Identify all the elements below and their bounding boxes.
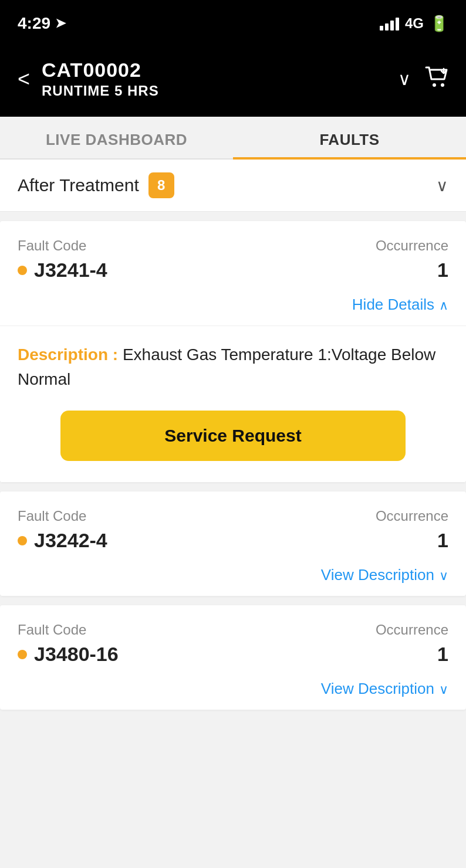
tab-live-dashboard[interactable]: LIVE DASHBOARD <box>0 117 233 158</box>
occurrence-label-1: Occurrence <box>376 238 448 254</box>
fault-code-value-2: J3242-4 <box>18 529 107 552</box>
occurrence-value-3: 1 <box>437 643 448 666</box>
chevron-down-icon-2 <box>439 566 448 584</box>
fault-card-footer-2: View Description <box>0 564 466 596</box>
status-time: 4:29 ➤ <box>18 14 66 33</box>
svg-point-1 <box>441 83 444 87</box>
filter-badge: 8 <box>148 172 174 198</box>
status-right: 4G 🔋 <box>380 15 448 33</box>
fault-code-label-1: Fault Code <box>18 238 107 254</box>
fault-card-3: Fault Code J3480-16 Occurrence 1 View De… <box>0 605 466 710</box>
fault-info-left-1: Fault Code J3241-4 <box>18 238 107 282</box>
network-type: 4G <box>405 15 424 32</box>
occurrence-value-2: 1 <box>437 529 448 552</box>
fault-cards-list: Fault Code J3241-4 Occurrence 1 Hide Det… <box>0 221 466 710</box>
fault-dot-2 <box>18 536 27 545</box>
description-label-1: Description : <box>18 345 118 364</box>
fault-dot-1 <box>18 266 27 275</box>
fault-code-value-3: J3480-16 <box>18 643 119 666</box>
fault-code-label-3: Fault Code <box>18 622 119 638</box>
fault-info-right-2: Occurrence 1 <box>376 508 448 552</box>
fault-info-left-2: Fault Code J3242-4 <box>18 508 107 552</box>
fault-card-1: Fault Code J3241-4 Occurrence 1 Hide Det… <box>0 221 466 482</box>
fault-code-label-2: Fault Code <box>18 508 107 524</box>
chevron-up-icon-1 <box>439 296 448 314</box>
battery-icon: 🔋 <box>430 15 448 33</box>
occurrence-value-1: 1 <box>437 259 448 282</box>
occurrence-label-3: Occurrence <box>376 622 448 638</box>
fault-info-right-3: Occurrence 1 <box>376 622 448 666</box>
filter-label-group: After Treatment 8 <box>18 172 174 198</box>
service-request-button-1[interactable]: Service Request <box>60 411 405 461</box>
time-display: 4:29 <box>18 14 50 33</box>
fault-code-value-1: J3241-4 <box>18 259 107 282</box>
signal-icon <box>380 16 399 30</box>
filter-chevron-icon[interactable]: ∨ <box>436 176 448 195</box>
fault-card-main-2: Fault Code J3242-4 Occurrence 1 <box>0 491 466 564</box>
hide-details-button-1[interactable]: Hide Details <box>352 296 448 314</box>
dropdown-chevron-icon[interactable]: ∨ <box>398 69 411 89</box>
header-title: CAT00002 RUNTIME 5 HRS <box>30 59 398 99</box>
back-button[interactable]: < <box>18 67 30 91</box>
runtime-label: RUNTIME 5 HRS <box>42 83 398 99</box>
fault-description-panel-1: Description : Exhaust Gas Temperature 1:… <box>0 326 466 482</box>
fault-info-left-3: Fault Code J3480-16 <box>18 622 119 666</box>
fault-card-main-3: Fault Code J3480-16 Occurrence 1 <box>0 605 466 677</box>
description-text-1: Description : Exhaust Gas Temperature 1:… <box>18 343 448 392</box>
header: < CAT00002 RUNTIME 5 HRS ∨ <box>0 47 466 117</box>
filter-bar[interactable]: After Treatment 8 ∨ <box>0 160 466 212</box>
occurrence-label-2: Occurrence <box>376 508 448 524</box>
fault-card-footer-1: Hide Details <box>0 293 466 326</box>
view-description-button-2[interactable]: View Description <box>321 566 448 584</box>
fault-card-footer-3: View Description <box>0 677 466 710</box>
svg-point-0 <box>433 83 436 87</box>
header-actions: ∨ <box>398 66 448 92</box>
chevron-down-icon-3 <box>439 680 448 698</box>
device-id: CAT00002 <box>42 59 398 82</box>
cart-icon[interactable] <box>425 66 448 92</box>
fault-card-2: Fault Code J3242-4 Occurrence 1 View Des… <box>0 491 466 596</box>
view-description-button-3[interactable]: View Description <box>321 680 448 698</box>
fault-card-main-1: Fault Code J3241-4 Occurrence 1 <box>0 221 466 293</box>
status-bar: 4:29 ➤ 4G 🔋 <box>0 0 466 47</box>
location-icon: ➤ <box>55 16 66 31</box>
filter-label: After Treatment <box>18 175 139 195</box>
tab-faults[interactable]: FAULTS <box>233 117 466 158</box>
fault-dot-3 <box>18 650 27 659</box>
fault-info-right-1: Occurrence 1 <box>376 238 448 282</box>
tab-bar: LIVE DASHBOARD FAULTS <box>0 117 466 160</box>
